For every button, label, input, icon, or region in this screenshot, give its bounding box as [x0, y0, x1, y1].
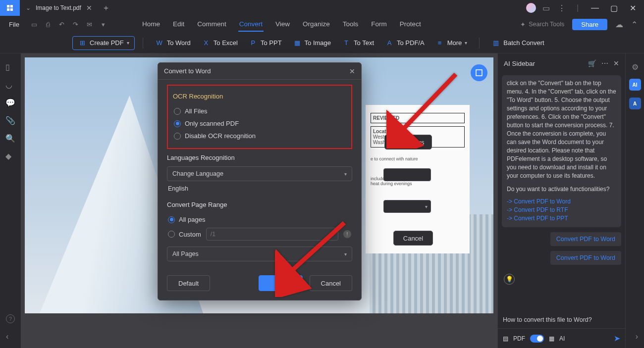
- search-tools[interactable]: ✦ Search Tools: [520, 21, 564, 28]
- tab-home[interactable]: Home: [141, 17, 161, 32]
- cloud-icon[interactable]: ☁: [613, 18, 625, 30]
- maximize-button[interactable]: ▢: [606, 0, 621, 15]
- to-ppt-label: To PPT: [261, 39, 282, 47]
- tab-form[interactable]: Form: [370, 17, 388, 32]
- page-range-label: All Pages: [172, 250, 199, 257]
- bookmark-icon[interactable]: ◡: [5, 80, 15, 90]
- settings-icon[interactable]: ⚙: [632, 62, 639, 72]
- ai-chip-alt[interactable]: A: [629, 98, 641, 109]
- close-window-button[interactable]: ✕: [625, 0, 640, 15]
- redo-icon[interactable]: ↷: [70, 18, 82, 30]
- document-tab[interactable]: ⌄ Image to Text.pdf ✕: [20, 0, 98, 16]
- batch-convert-button[interactable]: ▥Batch Convert: [487, 36, 548, 50]
- save-icon[interactable]: ▭: [28, 18, 40, 30]
- fit-page-button[interactable]: [471, 64, 487, 81]
- to-excel-button[interactable]: XTo Excel: [198, 36, 242, 50]
- send-icon[interactable]: ➤: [614, 334, 620, 343]
- to-text-button[interactable]: TTo Text: [338, 36, 378, 50]
- nav-next-button[interactable]: ›: [636, 332, 638, 341]
- mail-icon[interactable]: ✉: [84, 18, 96, 30]
- ai-action-button[interactable]: Convert PDF to Word: [550, 232, 621, 246]
- to-text-label: To Text: [354, 39, 374, 47]
- ai-link-ppt[interactable]: -> Convert PDF to PPT: [507, 214, 616, 223]
- batch-label: Batch Convert: [503, 39, 544, 47]
- background-cancel-button[interactable]: Cancel: [393, 231, 433, 246]
- ai-bottom-bar: ▤ PDF ▦ AI ➤: [498, 328, 625, 348]
- radio-icon: [174, 133, 181, 140]
- help-icon[interactable]: ?: [6, 314, 15, 323]
- cancel-button[interactable]: Cancel: [310, 275, 352, 291]
- page-icon[interactable]: ▯: [5, 62, 15, 72]
- tab-chevron-icon: ⌄: [26, 4, 31, 11]
- to-word-button[interactable]: WTo Word: [151, 36, 195, 50]
- search-icon[interactable]: 🔍: [5, 134, 15, 144]
- nav-prev-button[interactable]: ‹: [6, 332, 8, 341]
- close-icon[interactable]: ✕: [613, 59, 619, 67]
- tab-view[interactable]: View: [274, 17, 291, 32]
- range-option-all[interactable]: All pages: [167, 213, 352, 226]
- share-button[interactable]: Share: [572, 19, 607, 30]
- to-image-button[interactable]: ▦To Image: [289, 36, 335, 50]
- print-icon[interactable]: ⎙: [42, 18, 54, 30]
- app-logo[interactable]: [0, 0, 20, 16]
- ai-link-rtf[interactable]: -> Convert PDF to RTF: [507, 206, 616, 214]
- mode-toggle[interactable]: [530, 335, 544, 343]
- attachment-icon[interactable]: 📎: [5, 116, 15, 126]
- undo-icon[interactable]: ↶: [56, 18, 68, 30]
- collapse-icon[interactable]: ⌃: [628, 18, 640, 30]
- dialog-close-button[interactable]: ✕: [349, 67, 355, 75]
- settings-label: Settings: [401, 139, 425, 146]
- settings-button[interactable]: ⚙ Settings: [384, 135, 432, 149]
- file-menu[interactable]: File: [4, 19, 24, 30]
- info-icon[interactable]: !: [343, 230, 351, 238]
- layers-icon[interactable]: ◆: [5, 151, 15, 161]
- to-pdfa-button[interactable]: ATo PDF/A: [381, 36, 429, 50]
- ai-action-button[interactable]: Convert PDF to Word: [550, 251, 621, 265]
- dropdown-icon[interactable]: ▾: [98, 18, 109, 30]
- convert-to-word-dialog: Convert to Word ✕ OCR Recognition All Fi…: [158, 62, 362, 300]
- avatar[interactable]: [526, 3, 536, 13]
- ocr-all-label: All Files: [185, 107, 208, 115]
- create-pdf-button[interactable]: ⊞ Create PDF ▾: [72, 36, 135, 50]
- comment-icon[interactable]: 💬: [5, 98, 15, 108]
- tab-tools[interactable]: Tools: [342, 17, 360, 32]
- page-range-select[interactable]: All Pages ▾: [167, 247, 352, 261]
- cart-icon[interactable]: 🛒: [588, 59, 596, 67]
- ai-link-word[interactable]: -> Convert PDF to Word: [507, 198, 616, 206]
- left-rail: ▯ ◡ 💬 📎 🔍 ◆ ?: [0, 53, 21, 348]
- sparkle-icon: ✦: [520, 21, 526, 28]
- background-input[interactable]: [383, 168, 431, 181]
- kebab-icon[interactable]: ⋮: [556, 2, 568, 14]
- tab-protect[interactable]: Protect: [399, 17, 422, 32]
- default-button[interactable]: Default: [167, 275, 210, 291]
- menu-tabs: Home Edit Comment Convert View Organize …: [141, 17, 422, 32]
- ai-chip[interactable]: AI: [629, 79, 641, 91]
- ok-button[interactable]: OK: [259, 275, 303, 291]
- ocr-option-all[interactable]: All Files: [173, 105, 346, 117]
- tab-edit[interactable]: Edit: [172, 17, 185, 32]
- tab-title: Image to Text.pdf: [36, 4, 81, 11]
- to-ppt-button[interactable]: PTo PPT: [245, 36, 286, 50]
- ai-message: click on the "Convert" tab on the top me…: [502, 75, 621, 227]
- ocr-option-scanned[interactable]: Only scanned PDF: [173, 117, 346, 130]
- ocr-option-disable[interactable]: Disable OCR recognition: [173, 130, 346, 142]
- tab-comment[interactable]: Comment: [196, 17, 227, 32]
- more-label: More: [447, 39, 462, 47]
- background-select[interactable]: ▾: [383, 200, 431, 213]
- ppt-icon: P: [249, 39, 258, 48]
- language-select[interactable]: Change Language ▾: [167, 166, 352, 181]
- range-option-custom[interactable]: Custom: [168, 231, 201, 238]
- batch-icon: ▥: [491, 39, 500, 48]
- search-placeholder: Search Tools: [529, 21, 564, 28]
- tab-convert[interactable]: Convert: [238, 17, 264, 32]
- tab-organize[interactable]: Organize: [302, 17, 331, 32]
- close-icon[interactable]: ✕: [86, 4, 92, 12]
- range-input[interactable]: [206, 228, 338, 241]
- ai-sidebar: AI Sidebar 🛒 ⋯ ✕ click on the "Convert" …: [497, 53, 625, 348]
- dots-icon[interactable]: ⋯: [601, 59, 608, 67]
- ai-suggestion-icon[interactable]: 💡: [502, 265, 621, 288]
- chat-icon[interactable]: ▭: [540, 2, 552, 14]
- minimize-button[interactable]: —: [588, 0, 602, 15]
- new-tab-button[interactable]: ＋: [98, 3, 114, 13]
- more-button[interactable]: ≡More▾: [431, 36, 472, 50]
